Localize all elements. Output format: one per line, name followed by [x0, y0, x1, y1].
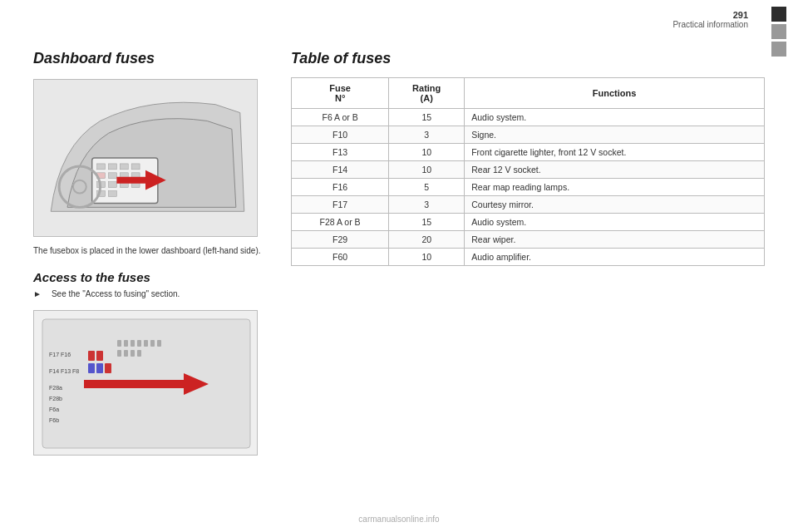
svg-rect-28	[88, 351, 95, 361]
fuse-diagram-image: F17 F16 F14 F13 F8 F28a F28b F6a F6b	[33, 310, 258, 456]
table-title: Table of fuses	[291, 50, 765, 67]
page-header: 291 Practical information	[672, 10, 748, 29]
svg-rect-11	[108, 182, 116, 188]
functions-cell: Audio amplifier.	[465, 249, 765, 266]
rating-cell: 20	[389, 231, 465, 249]
rating-cell: 10	[389, 161, 465, 179]
functions-cell: Rear map reading lamps.	[465, 179, 765, 196]
fuse-number-cell: F16	[292, 179, 389, 196]
svg-rect-33	[117, 340, 121, 347]
svg-rect-31	[96, 363, 103, 373]
functions-cell: Rear 12 V socket.	[465, 161, 765, 179]
col-functions-header: Functions	[465, 78, 765, 109]
fuse-number-cell: F29	[292, 231, 389, 249]
svg-text:F6b: F6b	[49, 417, 59, 423]
svg-rect-4	[120, 164, 128, 170]
side-tabs	[771, 7, 786, 57]
svg-rect-7	[108, 173, 116, 179]
functions-cell: Rear wiper.	[465, 231, 765, 249]
fuse-number-cell: F14	[292, 161, 389, 179]
fuse-box-image	[33, 79, 258, 237]
table-row: F1410Rear 12 V socket.	[292, 161, 765, 179]
rating-cell: 10	[389, 144, 465, 161]
fuse-number-cell: F13	[292, 144, 389, 161]
svg-rect-37	[144, 340, 148, 347]
right-column: Table of fuses FuseN° Rating(A) Function…	[291, 50, 765, 499]
rating-cell: 3	[389, 196, 465, 214]
access-arrow-icon: ►	[33, 289, 42, 298]
rating-cell: 15	[389, 214, 465, 231]
functions-cell: Audio system.	[465, 214, 765, 231]
table-row: F2920Rear wiper.	[292, 231, 765, 249]
access-text: See the "Access to fusing" section.	[52, 289, 180, 298]
svg-rect-5	[131, 164, 140, 170]
svg-rect-2	[97, 164, 106, 170]
svg-rect-36	[137, 340, 141, 347]
svg-text:F28a: F28a	[49, 385, 62, 391]
main-content: Dashboard fuses	[33, 50, 765, 499]
svg-rect-30	[88, 363, 95, 373]
svg-text:F28b: F28b	[49, 396, 62, 401]
svg-rect-34	[124, 340, 128, 347]
table-row: F6 A or B15Audio system.	[292, 109, 765, 126]
fuse-number-cell: F6 A or B	[292, 109, 389, 126]
svg-rect-39	[157, 340, 161, 347]
side-tab-1[interactable]	[771, 7, 786, 22]
table-row: F165Rear map reading lamps.	[292, 179, 765, 196]
table-row: F173Courtesy mirror.	[292, 196, 765, 214]
watermark: carmanualsonline.info	[358, 515, 439, 524]
functions-cell: Signe.	[465, 126, 765, 144]
fuse-number-cell: F10	[292, 126, 389, 144]
svg-rect-42	[131, 350, 135, 357]
rating-cell: 10	[389, 249, 465, 266]
table-row: F6010Audio amplifier.	[292, 249, 765, 266]
svg-rect-43	[137, 350, 141, 357]
svg-text:F17  F16: F17 F16	[49, 352, 71, 357]
svg-rect-32	[105, 363, 111, 373]
col-fuse-header: FuseN°	[292, 78, 389, 109]
svg-text:F6a: F6a	[49, 406, 59, 412]
page-number: 291	[672, 10, 748, 20]
rating-cell: 5	[389, 179, 465, 196]
functions-cell: Front cigarette lighter, front 12 V sock…	[465, 144, 765, 161]
left-column: Dashboard fuses	[33, 50, 266, 499]
functions-cell: Courtesy mirror.	[465, 196, 765, 214]
fuse-caption: The fusebox is placed in the lower dashb…	[33, 245, 266, 257]
svg-rect-38	[150, 340, 155, 347]
functions-cell: Audio system.	[465, 109, 765, 126]
svg-rect-3	[108, 164, 116, 170]
svg-rect-15	[108, 191, 116, 197]
fuse-number-cell: F17	[292, 196, 389, 214]
rating-cell: 15	[389, 109, 465, 126]
page-section: Practical information	[672, 20, 748, 29]
svg-rect-41	[124, 350, 128, 357]
col-rating-header: Rating(A)	[389, 78, 465, 109]
side-tab-3[interactable]	[771, 42, 786, 57]
svg-text:F14   F13   F8: F14 F13 F8	[49, 368, 79, 374]
side-tab-2[interactable]	[771, 24, 786, 39]
fuse-number-cell: F60	[292, 249, 389, 266]
table-row: F1310Front cigarette lighter, front 12 V…	[292, 144, 765, 161]
svg-rect-29	[96, 351, 103, 361]
access-title: Access to the fuses	[33, 270, 266, 284]
rating-cell: 3	[389, 126, 465, 144]
table-row: F103Signe.	[292, 126, 765, 144]
fuse-table: FuseN° Rating(A) Functions F6 A or B15Au…	[291, 77, 765, 266]
fuse-number-cell: F28 A or B	[292, 214, 389, 231]
table-row: F28 A or B15Audio system.	[292, 214, 765, 231]
dashboard-fuses-title: Dashboard fuses	[33, 50, 266, 67]
svg-rect-40	[117, 350, 121, 357]
svg-rect-35	[131, 340, 135, 347]
